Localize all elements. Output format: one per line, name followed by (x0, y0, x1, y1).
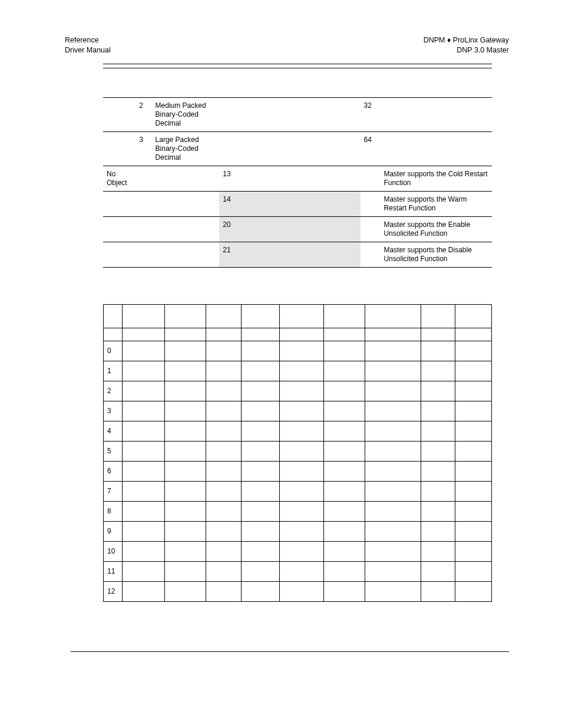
grid-row: 9 (104, 521, 492, 541)
grid-index-cell: 12 (104, 581, 123, 601)
grid-row: 11 (104, 561, 492, 581)
grid-cell (279, 581, 324, 601)
grid-index-cell: 10 (104, 541, 123, 561)
header-right: DNPM ♦ ProLinx Gateway DNP 3.0 Master (424, 35, 509, 55)
grid-cell (241, 461, 279, 481)
grid-cell (164, 561, 206, 581)
grid-cell (421, 481, 455, 501)
cell-func (219, 97, 237, 131)
grid-cell (279, 501, 324, 521)
grid-cell (455, 381, 492, 401)
grid-index-cell: 2 (104, 381, 123, 401)
cell-mid (237, 97, 360, 131)
grid-cell (206, 441, 241, 461)
cell-size (361, 166, 381, 191)
grid-cell (421, 501, 455, 521)
grid-cell (279, 561, 324, 581)
grid-cell (421, 381, 455, 401)
grid-row: 2 (104, 381, 492, 401)
grid-cell (206, 521, 241, 541)
grid-cell (206, 481, 241, 501)
grid-cell (279, 401, 324, 421)
grid-cell (279, 481, 324, 501)
grid-cell (365, 361, 421, 381)
grid-cell (279, 541, 324, 561)
grid-cell (122, 521, 164, 541)
grid-index-cell: 5 (104, 441, 123, 461)
grid-row: 3 (104, 401, 492, 421)
cell-object (103, 131, 131, 166)
grid-cell (164, 581, 206, 601)
grid-cell (455, 461, 492, 481)
grid-cell (164, 441, 206, 461)
table-row: 14 Master supports the Warm Restart Func… (103, 191, 492, 216)
cell-variation: 3 (131, 131, 152, 166)
grid-cell (164, 381, 206, 401)
grid-cell (122, 581, 164, 601)
grid-index-cell: 8 (104, 501, 123, 521)
cell-size (361, 242, 381, 267)
cell-description (152, 242, 220, 267)
grid-cell (122, 461, 164, 481)
header-left-line2: Driver Manual (65, 45, 111, 55)
header-right-line1: DNPM ♦ ProLinx Gateway (424, 35, 509, 45)
grid-cell (206, 561, 241, 581)
cell-note: Master supports the Enable Unsolicited F… (380, 216, 492, 242)
grid-cell (279, 381, 324, 401)
cell-description (152, 216, 220, 242)
grid-cell (241, 521, 279, 541)
cell-description (152, 166, 220, 191)
grid-cell (324, 401, 365, 421)
cell-object (103, 242, 131, 267)
grid-row: 5 (104, 441, 492, 461)
grid-cell (164, 341, 206, 361)
grid-cell (324, 381, 365, 401)
grid-row: 0 (104, 341, 492, 361)
grid-cell (122, 541, 164, 561)
cell-size: 64 (361, 131, 381, 166)
grid-cell (421, 521, 455, 541)
grid-cell (455, 401, 492, 421)
grid-cell (241, 581, 279, 601)
grid-cell (324, 481, 365, 501)
table-row: No Object 13 Master supports the Cold Re… (103, 166, 492, 191)
grid-cell (455, 441, 492, 461)
grid-cell (324, 461, 365, 481)
cell-variation (131, 191, 152, 216)
grid-index-cell: 1 (104, 361, 123, 381)
grid-row: 6 (104, 461, 492, 481)
grid-header-row (104, 304, 492, 328)
grid-cell (324, 521, 365, 541)
cell-mid (237, 191, 360, 216)
grid-cell (365, 501, 421, 521)
grid-index-cell: 3 (104, 401, 123, 421)
grid-cell (279, 421, 324, 441)
cell-mid (237, 216, 360, 242)
cell-note: Master supports the Cold Restart Functio… (380, 166, 492, 191)
grid-cell (324, 441, 365, 461)
grid-cell (279, 341, 324, 361)
grid-cell (455, 521, 492, 541)
grid-cell (365, 461, 421, 481)
grid-row: 1 (104, 361, 492, 381)
grid-cell (324, 341, 365, 361)
grid-cell (279, 521, 324, 541)
grid-cell (365, 521, 421, 541)
grid-cell (241, 401, 279, 421)
cell-variation (131, 166, 152, 191)
grid-cell (455, 421, 492, 441)
grid-cell (324, 501, 365, 521)
grid-cell (421, 421, 455, 441)
grid-cell (365, 421, 421, 441)
cell-variation (131, 242, 152, 267)
grid-cell (206, 401, 241, 421)
grid-cell (122, 401, 164, 421)
grid-subheader-row (104, 328, 492, 341)
grid-cell (206, 541, 241, 561)
grid-cell (421, 581, 455, 601)
grid-table: 0123456789101112 (103, 304, 492, 602)
grid-row: 8 (104, 501, 492, 521)
grid-cell (324, 561, 365, 581)
cell-func (219, 131, 237, 166)
cell-description (152, 191, 220, 216)
